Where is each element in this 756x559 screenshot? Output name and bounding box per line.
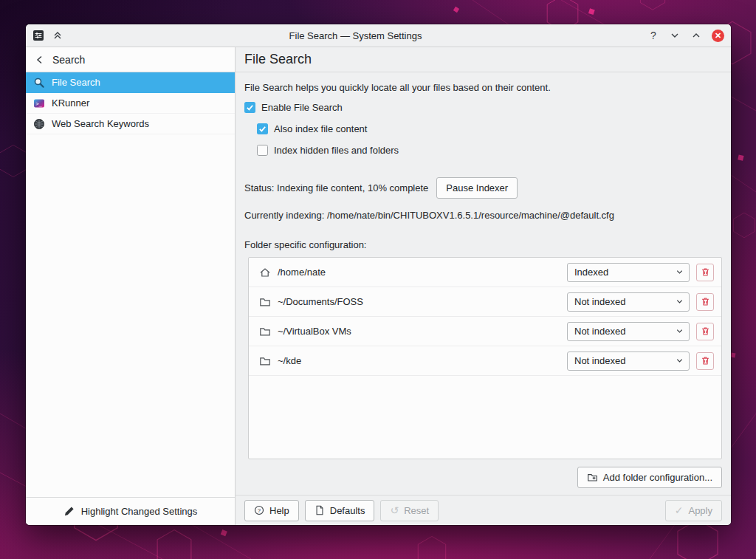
back-button[interactable]: Search: [26, 47, 235, 72]
page-title: File Search: [236, 47, 731, 72]
folder-add-icon: [587, 472, 598, 483]
status-row: Status: Indexing file content, 10% compl…: [244, 177, 722, 199]
sidebar-item-file-search[interactable]: File Search: [26, 72, 235, 93]
svg-text:?: ?: [258, 507, 261, 514]
delete-folder-button[interactable]: [696, 323, 714, 340]
reset-button-label: Reset: [404, 505, 429, 516]
pencil-icon: [63, 506, 75, 518]
checkbox-label: Enable File Search: [261, 102, 343, 113]
apply-button[interactable]: ✓ Apply: [665, 500, 722, 521]
help-button-label: Help: [269, 505, 289, 516]
help-icon[interactable]: ?: [647, 30, 659, 41]
desktop-background: File Search — System Settings ? ✕: [0, 0, 756, 559]
folder-path: ~/Documents/FOSS: [278, 296, 560, 307]
titlebar-left: [32, 30, 63, 41]
system-settings-window: File Search — System Settings ? ✕: [26, 24, 731, 525]
help-circle-icon: ?: [254, 505, 264, 515]
app-icon: [32, 30, 44, 41]
chevron-down-icon: [676, 357, 684, 365]
sidebar-item-label: KRunner: [52, 97, 89, 109]
sidebar-item-krunner[interactable]: >_ KRunner: [26, 93, 235, 114]
chevron-left-icon: [34, 54, 46, 66]
sidebar-item-web-search-keywords[interactable]: Web Search Keywords: [26, 114, 235, 134]
currently-indexing-text: Currently indexing: /home/nate/bin/CHITU…: [244, 210, 722, 221]
home-icon: [259, 267, 271, 278]
keep-above-icon[interactable]: [52, 30, 63, 41]
chevron-down-icon: [676, 298, 684, 306]
folder-status-dropdown[interactable]: Indexed: [567, 263, 690, 282]
folder-row: ~/Documents/FOSS Not indexed: [249, 287, 721, 317]
also-index-file-content-checkbox[interactable]: Also index file content: [257, 123, 722, 134]
folder-row: ~/kde Not indexed: [249, 346, 721, 376]
maximize-icon[interactable]: [690, 30, 702, 41]
folder-status-dropdown[interactable]: Not indexed: [567, 322, 690, 341]
checkbox-label: Index hidden files and folders: [274, 145, 399, 156]
enable-file-search-checkbox[interactable]: Enable File Search: [244, 102, 722, 113]
dropdown-value: Not indexed: [574, 296, 673, 307]
dropdown-value: Not indexed: [574, 326, 673, 337]
dropdown-value: Not indexed: [574, 355, 673, 366]
delete-folder-button[interactable]: [696, 352, 714, 370]
content-body: File Search helps you quickly locate all…: [236, 72, 731, 495]
content-panel: File Search File Search helps you quickl…: [236, 47, 731, 525]
pause-indexer-button[interactable]: Pause Indexer: [436, 177, 518, 199]
svg-text:>_: >_: [36, 100, 43, 106]
window-title: File Search — System Settings: [71, 30, 640, 41]
window-body: Search File Search >_ KRunner: [26, 47, 731, 525]
folder-status-dropdown[interactable]: Not indexed: [567, 351, 690, 371]
checkbox-unchecked-icon: [257, 145, 268, 156]
page-description: File Search helps you quickly locate all…: [244, 82, 722, 93]
folder-icon: [259, 296, 271, 308]
undo-icon: ↺: [390, 505, 399, 515]
highlight-changed-settings-button[interactable]: Highlight Changed Settings: [26, 497, 235, 525]
folder-row: /home/nate Indexed: [249, 258, 721, 287]
delete-folder-button[interactable]: [696, 293, 714, 311]
folder-config-label: Folder specific configuration:: [244, 239, 722, 250]
apply-button-label: Apply: [688, 505, 712, 516]
dropdown-value: Indexed: [574, 267, 673, 278]
index-hidden-files-checkbox[interactable]: Index hidden files and folders: [257, 145, 722, 156]
highlight-changed-settings-label: Highlight Changed Settings: [81, 506, 198, 517]
folder-path: /home/nate: [278, 267, 560, 278]
sidebar: Search File Search >_ KRunner: [26, 47, 236, 525]
folder-config-table: /home/nate Indexed: [248, 257, 722, 459]
add-row: Add folder configuration...: [244, 467, 722, 488]
folder-row: ~/VirtualBox VMs Not indexed: [249, 317, 721, 346]
titlebar[interactable]: File Search — System Settings ? ✕: [26, 24, 731, 47]
checkbox-checked-icon: [257, 123, 268, 134]
defaults-button[interactable]: Defaults: [305, 500, 375, 521]
folder-icon: [259, 355, 271, 367]
checkmark-icon: ✓: [675, 505, 684, 515]
chevron-down-icon: [676, 327, 684, 335]
folder-path: ~/kde: [278, 355, 560, 366]
checkbox-label: Also index file content: [274, 123, 367, 134]
status-text: Status: Indexing file content, 10% compl…: [244, 182, 428, 193]
button-bar: ? Help Defaults ↺ Reset: [236, 495, 731, 525]
krunner-icon: >_: [33, 97, 45, 109]
add-folder-configuration-button[interactable]: Add folder configuration...: [577, 467, 722, 488]
folder-path: ~/VirtualBox VMs: [278, 326, 560, 337]
file-search-icon: [33, 77, 45, 89]
defaults-button-label: Defaults: [330, 505, 365, 516]
sidebar-item-label: File Search: [52, 77, 100, 88]
close-icon[interactable]: ✕: [712, 30, 724, 42]
help-button[interactable]: ? Help: [244, 500, 299, 521]
titlebar-right: ? ✕: [647, 30, 724, 42]
document-icon: [315, 505, 325, 515]
checkbox-checked-icon: [244, 102, 255, 113]
back-label: Search: [52, 54, 85, 66]
minimize-icon[interactable]: [669, 30, 681, 41]
folder-status-dropdown[interactable]: Not indexed: [567, 292, 690, 312]
folder-icon: [259, 326, 271, 337]
globe-icon: [33, 118, 45, 130]
delete-folder-button[interactable]: [696, 264, 714, 281]
sidebar-item-label: Web Search Keywords: [52, 118, 149, 129]
chevron-down-icon: [676, 268, 684, 276]
reset-button[interactable]: ↺ Reset: [380, 500, 439, 521]
add-folder-configuration-label: Add folder configuration...: [603, 472, 712, 483]
